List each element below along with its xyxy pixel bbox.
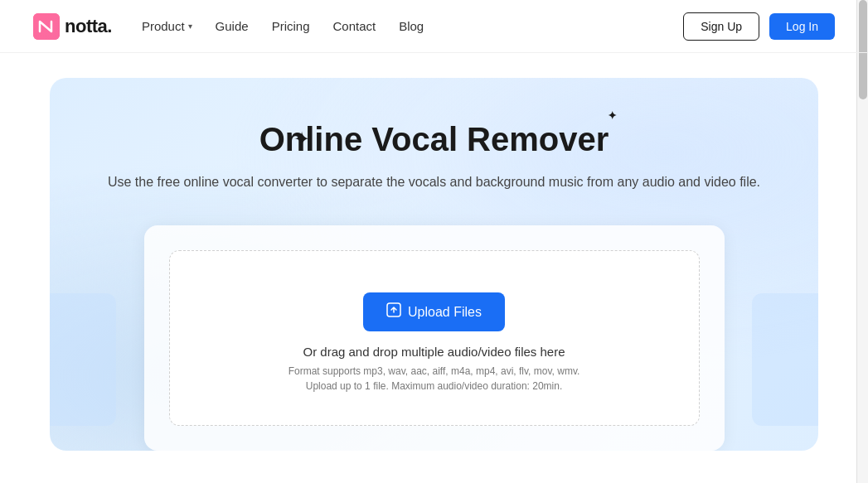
- login-button[interactable]: Log In: [769, 13, 835, 40]
- upload-container: Upload Files Or drag and drop multiple a…: [144, 225, 725, 451]
- signup-button[interactable]: Sign Up: [683, 12, 759, 41]
- hero-subtitle: Use the free online vocal converter to s…: [83, 172, 785, 192]
- sparkle-top-icon: ✦: [608, 109, 617, 123]
- upload-button-label: Upload Files: [408, 305, 482, 320]
- upload-button[interactable]: Upload Files: [363, 292, 505, 331]
- drag-drop-text: Or drag and drop multiple audio/video fi…: [195, 345, 674, 359]
- limit-text: Upload up to 1 file. Maximum audio/video…: [195, 380, 674, 392]
- logo-icon: [33, 13, 60, 40]
- logo-text: notta.: [65, 16, 112, 37]
- logo[interactable]: notta.: [33, 13, 112, 40]
- nav-item-pricing[interactable]: Pricing: [272, 19, 310, 33]
- page-title: ✦ Online Vocal Remover: [259, 119, 609, 159]
- format-text: Format supports mp3, wav, aac, aiff, m4a…: [195, 365, 674, 377]
- chevron-down-icon: ▾: [188, 22, 192, 31]
- nav-item-contact[interactable]: Contact: [332, 19, 376, 33]
- hero-content: ✦ ✦ Online Vocal Remover Use the free on…: [83, 119, 785, 451]
- header: notta. Product ▾ Guide Pricing Contact: [0, 0, 868, 53]
- header-left: notta. Product ▾ Guide Pricing Contact: [33, 13, 424, 40]
- nav-item-guide[interactable]: Guide: [216, 19, 249, 33]
- nav-item-blog[interactable]: Blog: [399, 19, 424, 33]
- main-nav: Product ▾ Guide Pricing Contact Blog: [142, 19, 424, 33]
- main-content: ✦ ✦ Online Vocal Remover Use the free on…: [0, 53, 868, 483]
- upload-icon: [386, 302, 401, 321]
- hero-title-wrapper: ✦ ✦ Online Vocal Remover: [259, 119, 609, 172]
- nav-item-product[interactable]: Product ▾: [142, 19, 192, 33]
- header-right: Sign Up Log In: [683, 12, 835, 41]
- hero-section: ✦ ✦ Online Vocal Remover Use the free on…: [50, 78, 818, 451]
- upload-zone[interactable]: Upload Files Or drag and drop multiple a…: [169, 250, 700, 426]
